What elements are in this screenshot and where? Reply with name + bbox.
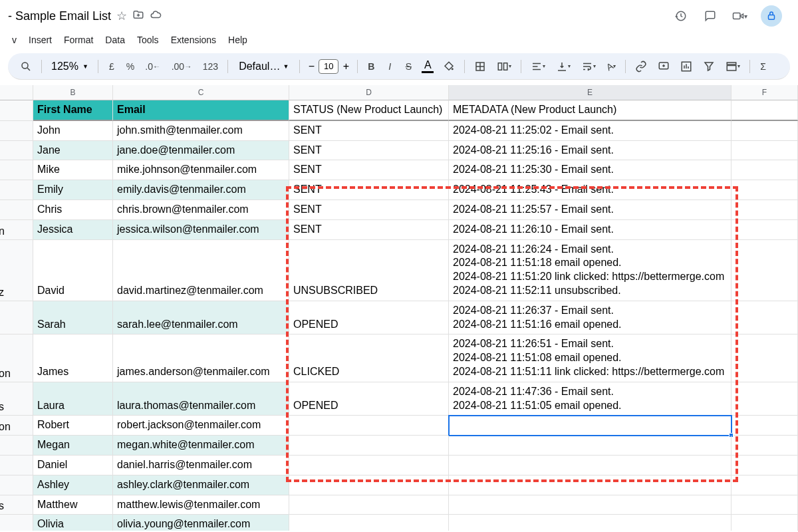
cell-metadata[interactable] [449, 416, 732, 436]
cell-first-name[interactable]: Chris [33, 200, 113, 220]
search-icon[interactable] [16, 57, 36, 76]
cell-first-name[interactable]: Megan [33, 436, 113, 456]
col-header-E[interactable]: E [449, 85, 732, 100]
text-color-button[interactable]: A [419, 58, 436, 74]
insert-chart-button[interactable] [676, 57, 696, 76]
vertical-align-button[interactable]: ▾ [552, 57, 575, 76]
cell-f[interactable] [732, 382, 798, 416]
cell-email[interactable]: chris.brown@tenmailer.com [113, 200, 289, 220]
header-status[interactable]: STATUS (New Product Launch) [289, 100, 449, 121]
cloud-status-icon[interactable] [150, 9, 162, 24]
font-size-input[interactable] [319, 59, 338, 74]
cell-email[interactable]: jessica.wilson@tenmailer.com [113, 220, 289, 240]
cell-metadata[interactable] [449, 456, 732, 475]
cell-email[interactable]: emily.davis@tenmailer.com [113, 180, 289, 200]
cell-f[interactable] [732, 121, 798, 141]
cell-first-name[interactable]: James [33, 334, 113, 382]
cell-f[interactable] [732, 475, 798, 495]
cell-first-name[interactable]: Mike [33, 160, 113, 180]
menu-v[interactable]: v [8, 32, 21, 48]
row-number[interactable] [0, 515, 33, 531]
cell-email[interactable]: robert.jackson@tenmailer.com [113, 416, 289, 436]
filter-button[interactable] [699, 57, 719, 76]
menu-tools[interactable]: Tools [133, 32, 163, 48]
cell-first-name[interactable]: John [33, 121, 113, 141]
cell-f[interactable] [732, 515, 798, 531]
functions-button[interactable]: Σ [755, 57, 771, 76]
row-number[interactable] [0, 200, 33, 220]
cell-metadata[interactable]: 2024-08-21 11:25:30 - Email sent. [449, 160, 732, 180]
cell-f[interactable] [732, 436, 798, 456]
cell-status[interactable] [289, 416, 449, 436]
cell-first-name[interactable]: Sarah [33, 301, 113, 335]
cell-status[interactable]: SENT [289, 121, 449, 141]
cell-f[interactable] [732, 416, 798, 436]
cell-f[interactable] [732, 220, 798, 240]
row-number[interactable] [0, 382, 33, 416]
cell-f[interactable] [732, 141, 798, 161]
increase-font-size-button[interactable]: + [340, 59, 352, 74]
decrease-decimal-icon[interactable]: .0← [141, 57, 164, 76]
cell-status[interactable]: SENT [289, 220, 449, 240]
percent-icon[interactable]: % [122, 57, 138, 76]
cell-metadata[interactable]: 2024-08-21 11:26:10 - Email sent. [449, 220, 732, 240]
cell-status[interactable] [289, 515, 449, 531]
star-icon[interactable]: ☆ [116, 9, 127, 23]
row-number[interactable] [0, 180, 33, 200]
cell-metadata[interactable]: 2024-08-21 11:47:36 - Email sent. 2024-0… [449, 382, 732, 416]
cell-status[interactable]: SENT [289, 180, 449, 200]
cell-f[interactable] [732, 301, 798, 335]
cell-status[interactable]: SENT [289, 141, 449, 161]
fill-color-button[interactable] [439, 57, 459, 76]
history-icon[interactable] [673, 8, 689, 24]
strikethrough-button[interactable]: S [400, 57, 416, 76]
cell-first-name[interactable]: Matthew [33, 495, 113, 515]
cell-first-name[interactable]: Laura [33, 382, 113, 416]
cell-status[interactable] [289, 495, 449, 515]
col-header-B[interactable]: B [33, 85, 113, 100]
cell-metadata[interactable] [449, 436, 732, 456]
header-f[interactable] [732, 100, 798, 121]
horizontal-align-button[interactable]: ▾ [527, 57, 549, 76]
cell-metadata[interactable]: 2024-08-21 11:26:37 - Email sent. 2024-0… [449, 301, 732, 335]
cell-status[interactable]: CLICKED [289, 334, 449, 382]
header-first-name[interactable]: First Name [33, 100, 113, 121]
row-number[interactable] [0, 220, 33, 240]
insert-link-button[interactable] [631, 57, 651, 76]
cell-email[interactable]: john.smith@tenmailer.com [113, 121, 289, 141]
cell-f[interactable] [732, 495, 798, 515]
menu-data[interactable]: Data [101, 32, 129, 48]
header-metadata[interactable]: METADATA (New Product Launch) [449, 100, 732, 121]
font-select[interactable]: Defaul… ▼ [233, 58, 294, 75]
row-number[interactable] [0, 436, 33, 456]
cell-status[interactable]: SENT [289, 160, 449, 180]
header-email[interactable]: Email [113, 100, 289, 121]
insert-comment-button[interactable] [654, 57, 674, 76]
menu-insert[interactable]: Insert [25, 32, 56, 48]
cell-status[interactable] [289, 456, 449, 475]
cell-email[interactable]: david.martinez@tenmailer.com [113, 240, 289, 301]
cell-email[interactable]: jane.doe@tenmailer.com [113, 141, 289, 161]
cell-first-name[interactable]: Daniel [33, 456, 113, 475]
cell-status[interactable] [289, 475, 449, 495]
cell-email[interactable]: laura.thomas@tenmailer.com [113, 382, 289, 416]
more-formats-icon[interactable]: 123 [199, 57, 222, 76]
text-wrap-button[interactable]: ▾ [577, 57, 600, 76]
cell-f[interactable] [732, 180, 798, 200]
meet-icon[interactable]: ▾ [732, 8, 747, 24]
zoom-select[interactable]: 125% ▼ [47, 58, 92, 75]
cell-email[interactable]: james.anderson@tenmailer.com [113, 334, 289, 382]
row-number[interactable] [0, 495, 33, 515]
italic-button[interactable]: I [382, 57, 398, 76]
cell-first-name[interactable]: Ashley [33, 475, 113, 495]
cell-status[interactable]: OPENED [289, 382, 449, 416]
menu-help[interactable]: Help [224, 32, 251, 48]
menu-format[interactable]: Format [60, 32, 97, 48]
cell-f[interactable] [732, 160, 798, 180]
cell-email[interactable]: ashley.clark@tenmailer.com [113, 475, 289, 495]
cell-status[interactable]: OPENED [289, 301, 449, 335]
increase-decimal-icon[interactable]: .00→ [168, 57, 196, 76]
text-rotation-button[interactable]: A▾ [602, 57, 619, 76]
cell-metadata[interactable] [449, 495, 732, 515]
document-title[interactable]: - Sample Email List [8, 9, 111, 23]
